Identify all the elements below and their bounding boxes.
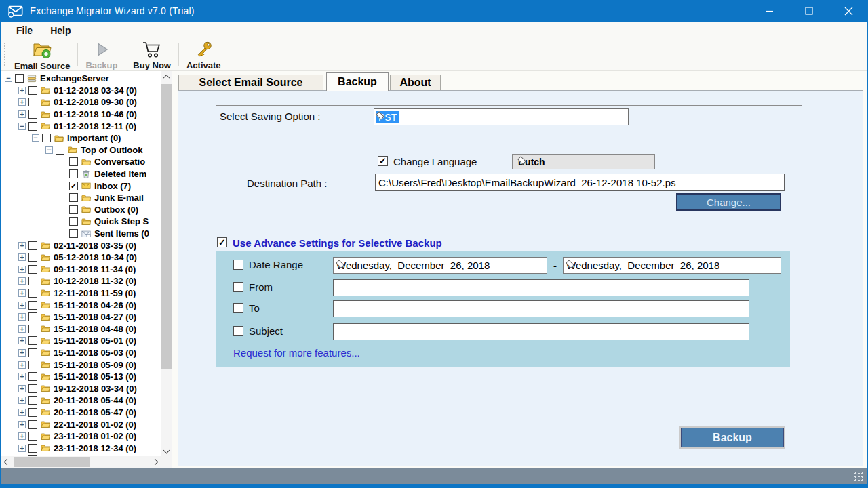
tree-item-checkbox[interactable]: [69, 169, 78, 178]
tree-item-checkbox[interactable]: [28, 444, 37, 453]
tree-item-checkbox[interactable]: [28, 98, 37, 106]
tree-horizontal-scrollbar[interactable]: [1, 456, 161, 468]
expand-icon[interactable]: +: [18, 385, 26, 392]
tree-item[interactable]: −01-12-2018 12-11 (0): [1, 120, 161, 132]
subject-input[interactable]: [333, 323, 749, 340]
collapse-icon[interactable]: −: [45, 146, 53, 154]
expand-icon[interactable]: +: [18, 266, 26, 273]
tree-item[interactable]: +15-11-2018 05-09 (0): [1, 359, 161, 371]
tree-item[interactable]: ✓Inbox (7): [1, 180, 161, 192]
tree-item[interactable]: +01-12-2018 09-30 (0): [1, 96, 161, 108]
tree-item-checkbox[interactable]: [28, 277, 37, 285]
tree-item-checkbox[interactable]: [28, 312, 37, 321]
tree-item[interactable]: +01-12-2018 10-46 (0): [1, 108, 161, 121]
language-combobox[interactable]: Dutch: [512, 154, 655, 169]
expand-icon[interactable]: +: [18, 396, 26, 404]
expand-icon[interactable]: +: [18, 373, 26, 380]
toolbar-button-backup[interactable]: Backup: [79, 39, 123, 70]
tree-item-checkbox[interactable]: [28, 122, 37, 131]
tree-item[interactable]: −Top of Outlook: [1, 144, 161, 157]
tree-item-checkbox[interactable]: [69, 157, 78, 166]
tree-item[interactable]: Conversatio: [1, 156, 161, 168]
tree-item-checkbox[interactable]: [28, 432, 37, 441]
tree-item-checkbox[interactable]: [69, 193, 78, 202]
expand-icon[interactable]: +: [18, 337, 26, 344]
tree-item-checkbox[interactable]: [28, 372, 37, 381]
expand-icon[interactable]: +: [18, 445, 26, 452]
date-range-checkbox[interactable]: [233, 260, 243, 270]
menu-item-help[interactable]: Help: [47, 24, 73, 37]
tree-item[interactable]: +02-11-2018 03-35 (0): [1, 239, 161, 251]
vertical-scrollbar-thumb[interactable]: [161, 84, 172, 369]
tree-item-checkbox[interactable]: [28, 86, 37, 95]
tree-item[interactable]: +20-11-2018 05-44 (0): [1, 394, 161, 407]
tree-item[interactable]: Outbox (0): [1, 204, 161, 216]
expand-icon[interactable]: +: [18, 253, 26, 261]
toolbar-button-activate[interactable]: Activate: [180, 39, 227, 70]
tab-about[interactable]: About: [390, 75, 441, 90]
tree-item-checkbox[interactable]: [28, 408, 37, 417]
to-checkbox[interactable]: [233, 303, 243, 313]
tree-item[interactable]: +15-11-2018 04-48 (0): [1, 323, 161, 335]
tree-item-checkbox[interactable]: [69, 217, 78, 226]
tree-item-checkbox[interactable]: [28, 253, 37, 262]
tree-item-checkbox[interactable]: [69, 229, 78, 238]
resize-grip[interactable]: [854, 472, 864, 482]
tree-item[interactable]: +12-11-2018 11-59 (0): [1, 287, 161, 300]
tree-item[interactable]: +22-11-2018 01-02 (0): [1, 418, 161, 430]
scroll-up-button[interactable]: [161, 71, 172, 83]
tree-item[interactable]: Junk E-mail: [1, 192, 161, 204]
expand-icon[interactable]: +: [18, 110, 26, 118]
expand-icon[interactable]: +: [18, 277, 26, 285]
scroll-down-button[interactable]: [161, 445, 172, 456]
tree-item[interactable]: +10-12-2018 11-32 (0): [1, 275, 161, 287]
from-checkbox[interactable]: [233, 282, 243, 292]
request-features-link[interactable]: Request for more features...: [233, 347, 360, 359]
tree-item-checkbox[interactable]: [28, 420, 37, 429]
menu-item-file[interactable]: File: [14, 24, 35, 37]
tree-item[interactable]: +05-12-2018 10-34 (0): [1, 251, 161, 264]
tree-vertical-scrollbar[interactable]: [161, 71, 172, 456]
tree-item-checkbox[interactable]: [15, 74, 24, 83]
expand-icon[interactable]: +: [18, 289, 26, 297]
tree-item-checkbox[interactable]: [28, 336, 37, 345]
tree-item-checkbox[interactable]: [28, 325, 37, 333]
tree-item[interactable]: +01-12-2018 03-34 (0): [1, 85, 161, 97]
expand-icon[interactable]: +: [18, 325, 26, 333]
tree-item-checkbox[interactable]: [28, 265, 37, 274]
saving-option-combobox[interactable]: PST: [374, 108, 629, 125]
horizontal-scrollbar-thumb[interactable]: [14, 457, 90, 467]
collapse-icon[interactable]: −: [32, 134, 39, 142]
tree-item[interactable]: +15-11-2018 04-26 (0): [1, 299, 161, 311]
tree-item-checkbox[interactable]: [42, 134, 51, 142]
scroll-right-button[interactable]: [149, 456, 161, 468]
destination-path-input[interactable]: [375, 174, 785, 191]
tree-item[interactable]: +20-11-2018 05-47 (0): [1, 407, 161, 419]
change-path-button[interactable]: Change...: [676, 193, 781, 211]
close-button[interactable]: [829, 0, 868, 22]
toolbar-grip[interactable]: [3, 42, 7, 67]
tree-item[interactable]: Deleted Item: [1, 168, 161, 180]
backup-button[interactable]: Backup: [679, 426, 785, 449]
tree-item-checkbox[interactable]: [28, 396, 37, 405]
expand-icon[interactable]: +: [18, 421, 26, 428]
tree-item-checkbox[interactable]: [28, 241, 37, 250]
date-to-picker[interactable]: Wednesday, December 26, 2018: [563, 257, 781, 274]
expand-icon[interactable]: +: [18, 349, 26, 357]
collapse-icon[interactable]: −: [18, 123, 26, 130]
scroll-left-button[interactable]: [1, 456, 13, 468]
tree-item-checkbox[interactable]: [28, 348, 37, 357]
expand-icon[interactable]: +: [18, 87, 26, 94]
toolbar-button-email-source[interactable]: Email Source: [8, 39, 76, 70]
to-input[interactable]: [333, 300, 749, 317]
expand-icon[interactable]: +: [18, 361, 26, 369]
tree-item[interactable]: +09-11-2018 11-34 (0): [1, 264, 161, 276]
expand-icon[interactable]: +: [18, 302, 26, 309]
tree-item[interactable]: +23-11-2018 01-02 (0): [1, 430, 161, 443]
tree-item[interactable]: Sent Items (0: [1, 228, 161, 240]
tree-item-checkbox[interactable]: [28, 384, 37, 393]
tree-item[interactable]: +15-11-2018 04-27 (0): [1, 311, 161, 323]
from-input[interactable]: [333, 279, 749, 296]
change-language-checkbox[interactable]: ✓: [378, 156, 388, 166]
tree-item-checkbox[interactable]: [28, 361, 37, 369]
